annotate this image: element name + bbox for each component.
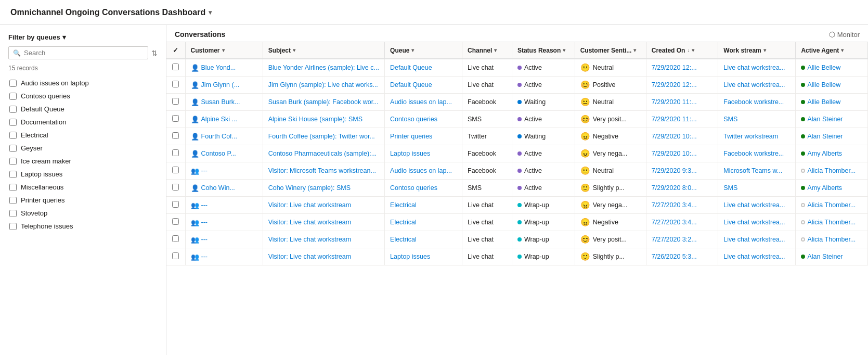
customer-link[interactable]: 👤 Jim Glynn (...	[191, 81, 257, 89]
workstream-link[interactable]: Live chat workstrea...	[723, 201, 785, 209]
table-row[interactable]: 👥 --- Visitor: Live chat workstream Elec…	[166, 214, 868, 231]
created-on-link[interactable]: 7/29/2020 10:...	[652, 133, 697, 140]
customer-name[interactable]: Fourth Cof...	[201, 133, 237, 140]
queue-link[interactable]: Laptop issues	[390, 150, 430, 157]
col-created-on[interactable]: Created On ↓ ▾	[646, 42, 718, 59]
agent-link[interactable]: Allie Bellew	[807, 98, 840, 106]
row-checkbox-cell[interactable]	[166, 145, 185, 162]
workstream-link[interactable]: Live chat workstrea...	[723, 236, 785, 243]
customer-name[interactable]: ---	[201, 253, 208, 260]
customer-name[interactable]: Contoso P...	[201, 150, 236, 157]
workstream-link[interactable]: Facebook workstre...	[723, 150, 784, 157]
queue-checkbox[interactable]	[9, 145, 17, 152]
customer-name[interactable]: Coho Win...	[201, 184, 235, 192]
customer-link[interactable]: 👤 Coho Win...	[191, 184, 257, 192]
queue-item[interactable]: Miscellaneous	[8, 181, 158, 193]
row-checkbox[interactable]	[172, 64, 179, 70]
table-row[interactable]: 👤 Jim Glynn (... Jim Glynn (sample): Liv…	[166, 77, 868, 94]
queue-item[interactable]: Geyser	[8, 142, 158, 154]
table-row[interactable]: 👤 Fourth Cof... Fourth Coffee (sample): …	[166, 128, 868, 145]
queue-checkbox[interactable]	[9, 106, 17, 113]
row-checkbox[interactable]	[172, 98, 179, 105]
row-checkbox-cell[interactable]	[166, 162, 185, 180]
subject-link[interactable]: Visitor: Microsoft Teams workstrean...	[268, 167, 376, 174]
filter-by-queues-header[interactable]: Filter by queues ▾	[8, 33, 158, 41]
subject-link[interactable]: Visitor: Live chat workstream	[268, 236, 352, 243]
row-checkbox-cell[interactable]	[166, 197, 185, 214]
row-checkbox-cell[interactable]	[166, 59, 185, 77]
created-on-link[interactable]: 7/29/2020 10:...	[652, 150, 697, 157]
queue-item[interactable]: Documentation	[8, 116, 158, 128]
created-on-link[interactable]: 7/29/2020 9:3...	[652, 167, 697, 174]
subject-link[interactable]: Alpine Ski House (sample): SMS	[268, 116, 362, 123]
queue-link[interactable]: Contoso queries	[390, 116, 437, 123]
app-title[interactable]: Omnichannel Ongoing Conversations Dashbo…	[10, 8, 212, 17]
table-row[interactable]: 👤 Blue Yond... Blue Yonder Airlines (sam…	[166, 59, 868, 77]
customer-link[interactable]: 👥 ---	[191, 219, 257, 226]
row-checkbox[interactable]	[172, 201, 179, 208]
row-checkbox[interactable]	[172, 184, 179, 191]
customer-link[interactable]: 👤 Contoso P...	[191, 150, 257, 158]
workstream-link[interactable]: Live chat workstrea...	[723, 253, 785, 260]
agent-link[interactable]: Amy Alberts	[807, 150, 842, 157]
col-active-agent[interactable]: Active Agent ▾	[796, 42, 868, 59]
customer-link[interactable]: 👤 Alpine Ski ...	[191, 116, 257, 123]
queue-link[interactable]: Electrical	[390, 201, 417, 209]
row-checkbox-cell[interactable]	[166, 231, 185, 248]
queue-link[interactable]: Audio issues on lap...	[390, 167, 452, 174]
table-row[interactable]: 👤 Coho Win... Coho Winery (sample): SMS …	[166, 180, 868, 197]
queue-link[interactable]: Audio issues on lap...	[390, 98, 452, 106]
row-checkbox[interactable]	[172, 81, 179, 87]
agent-link[interactable]: Alan Steiner	[807, 253, 843, 260]
workstream-link[interactable]: Live chat workstrea...	[723, 81, 785, 88]
customer-link[interactable]: 👤 Susan Burk...	[191, 98, 257, 106]
col-checkbox[interactable]: ✓	[166, 42, 185, 59]
customer-link[interactable]: 👤 Blue Yond...	[191, 64, 257, 72]
row-checkbox-cell[interactable]	[166, 180, 185, 197]
customer-link[interactable]: 👥 ---	[191, 167, 257, 175]
customer-link[interactable]: 👥 ---	[191, 236, 257, 244]
agent-link[interactable]: Alicia Thomber...	[807, 219, 856, 226]
subject-link[interactable]: Coho Winery (sample): SMS	[268, 184, 351, 192]
customer-name[interactable]: ---	[201, 201, 208, 209]
subject-link[interactable]: Susan Burk (sample): Facebook wor...	[268, 98, 379, 106]
queue-link[interactable]: Default Queue	[390, 81, 432, 88]
col-subject[interactable]: Subject ▾	[263, 42, 384, 59]
table-row[interactable]: 👥 --- Visitor: Live chat workstream Elec…	[166, 197, 868, 214]
row-checkbox[interactable]	[172, 218, 179, 225]
created-on-link[interactable]: 7/27/2020 3:4...	[652, 219, 697, 226]
queue-checkbox[interactable]	[9, 158, 17, 165]
subject-link[interactable]: Visitor: Live chat workstream	[268, 253, 352, 260]
queue-checkbox[interactable]	[9, 197, 17, 204]
queue-checkbox[interactable]	[9, 132, 17, 139]
created-on-link[interactable]: 7/29/2020 12:...	[652, 64, 697, 71]
created-on-link[interactable]: 7/26/2020 5:3...	[652, 253, 697, 260]
row-checkbox-cell[interactable]	[166, 128, 185, 145]
monitor-button[interactable]: ⬡ Monitor	[829, 30, 860, 39]
col-channel[interactable]: Channel ▾	[462, 42, 512, 59]
queue-link[interactable]: Contoso queries	[390, 184, 437, 192]
customer-name[interactable]: ---	[201, 167, 208, 174]
agent-link[interactable]: Alicia Thomber...	[807, 167, 856, 174]
customer-link[interactable]: 👥 ---	[191, 253, 257, 261]
queue-link[interactable]: Default Queue	[390, 64, 432, 71]
agent-link[interactable]: Alan Steiner	[807, 133, 843, 140]
customer-name[interactable]: Susan Burk...	[201, 98, 240, 106]
agent-link[interactable]: Amy Alberts	[807, 184, 842, 192]
workstream-link[interactable]: Microsoft Teams w...	[723, 167, 782, 174]
sort-icon[interactable]: ⇅	[151, 49, 158, 57]
queue-checkbox[interactable]	[9, 210, 17, 217]
subject-link[interactable]: Visitor: Live chat workstream	[268, 219, 352, 226]
col-status-reason[interactable]: Status Reason ▾	[512, 42, 575, 59]
col-work-stream[interactable]: Work stream ▾	[718, 42, 796, 59]
row-checkbox-cell[interactable]	[166, 111, 185, 128]
row-checkbox[interactable]	[172, 149, 179, 156]
queue-item[interactable]: Printer queries	[8, 194, 158, 206]
queue-checkbox[interactable]	[9, 80, 17, 87]
row-checkbox-cell[interactable]	[166, 248, 185, 265]
row-checkbox[interactable]	[172, 132, 179, 139]
customer-name[interactable]: ---	[201, 219, 208, 226]
queue-item[interactable]: Default Queue	[8, 103, 158, 115]
table-row[interactable]: 👥 --- Visitor: Live chat workstream Lapt…	[166, 248, 868, 265]
agent-link[interactable]: Allie Bellew	[807, 64, 840, 71]
